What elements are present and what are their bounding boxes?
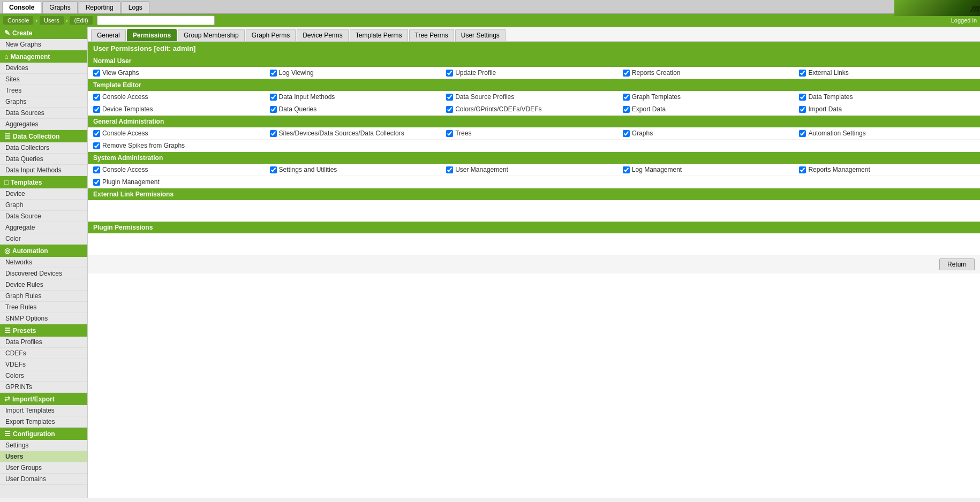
perm-item-view-graphs: View Graphs — [93, 69, 269, 77]
sidebar-item-networks[interactable]: Networks — [0, 257, 87, 268]
checkbox-user-management[interactable] — [446, 166, 453, 173]
sidebar-item-discovered-devices[interactable]: Discovered Devices — [0, 268, 87, 279]
checkbox-data-source-profiles[interactable] — [446, 94, 453, 101]
checkbox-device-templates[interactable] — [93, 106, 100, 113]
sidebar-item-device[interactable]: Device — [0, 188, 87, 200]
sidebar-item-cdefs[interactable]: CDEFs — [0, 348, 87, 359]
tab-template-perms[interactable]: Template Perms — [350, 29, 408, 41]
perm-label-export-data: Export Data — [632, 105, 666, 113]
breadcrumb-users[interactable]: Users — [40, 16, 64, 25]
sidebar-item-trees[interactable]: Trees — [0, 85, 87, 96]
checkbox-export-data[interactable] — [623, 106, 630, 113]
checkbox-remove-spikes[interactable] — [93, 142, 100, 149]
breadcrumb-console[interactable]: Console — [3, 16, 33, 25]
perm-item-reports-management: Reports Management — [799, 166, 975, 173]
sidebar-item-graphs[interactable]: Graphs — [0, 96, 87, 108]
sidebar-item-colors[interactable]: Colors — [0, 370, 87, 382]
sidebar-item-vdefs[interactable]: VDEFs — [0, 359, 87, 370]
checkbox-automation-settings[interactable] — [799, 130, 806, 137]
checkbox-trees-ga[interactable] — [446, 130, 453, 137]
sidebar-item-data-source[interactable]: Data Source — [0, 211, 87, 222]
sidebar-item-sites[interactable]: Sites — [0, 74, 87, 85]
checkbox-graphs-ga[interactable] — [623, 130, 630, 137]
perm-row-sa-2: Plugin Management — [88, 176, 980, 188]
checkbox-view-graphs[interactable] — [93, 70, 100, 77]
checkbox-reports-management[interactable] — [799, 166, 806, 173]
breadcrumb-edit[interactable]: (Edit) — [70, 16, 92, 25]
perm-label-automation-settings: Automation Settings — [808, 130, 865, 137]
sidebar-item-new-graphs[interactable]: New Graphs — [0, 39, 87, 50]
sidebar-item-aggregate[interactable]: Aggregate — [0, 222, 87, 233]
import-export-icon: ⇄ — [4, 395, 10, 403]
search-input[interactable] — [97, 16, 215, 25]
sidebar-item-graph[interactable]: Graph — [0, 200, 87, 211]
sidebar-item-data-profiles[interactable]: Data Profiles — [0, 337, 87, 348]
sidebar-item-user-domains[interactable]: User Domains — [0, 474, 87, 485]
checkbox-console-access-sa[interactable] — [93, 166, 100, 173]
sidebar-item-import-templates[interactable]: Import Templates — [0, 405, 87, 416]
return-button[interactable]: Return — [939, 258, 975, 270]
sidebar-item-data-collectors[interactable]: Data Collectors — [0, 142, 87, 154]
checkbox-log-management[interactable] — [623, 166, 630, 173]
checkbox-graph-templates[interactable] — [623, 94, 630, 101]
perm-item-export-data: Export Data — [623, 105, 798, 113]
data-collection-icon: ☰ — [4, 132, 11, 140]
checkbox-console-access-ga[interactable] — [93, 130, 100, 137]
perm-item-data-queries: Data Queries — [270, 105, 446, 113]
checkbox-data-queries[interactable] — [270, 106, 277, 113]
tab-logs[interactable]: Logs — [122, 1, 149, 13]
sidebar-section-templates: □ Templates — [0, 176, 87, 188]
perm-item-remove-spikes: Remove Spikes from Graphs — [93, 142, 269, 149]
sidebar-item-data-queries[interactable]: Data Queries — [0, 154, 87, 165]
tab-reporting[interactable]: Reporting — [79, 1, 120, 13]
perm-label-console-access-ga: Console Access — [102, 130, 148, 137]
checkbox-log-viewing[interactable] — [270, 70, 277, 77]
sidebar-item-devices[interactable]: Devices — [0, 63, 87, 74]
sidebar-item-users[interactable]: Users — [0, 451, 87, 462]
tab-tree-perms[interactable]: Tree Perms — [409, 29, 454, 41]
tab-general[interactable]: General — [91, 29, 126, 41]
checkbox-external-links[interactable] — [799, 70, 806, 77]
perm-item-import-data: Import Data — [799, 105, 975, 113]
sidebar-item-graph-rules[interactable]: Graph Rules — [0, 291, 87, 302]
checkbox-settings-utilities[interactable] — [270, 166, 277, 173]
perm-item-console-access-sa: Console Access — [93, 166, 269, 173]
breadcrumb-sep-1: › — [35, 17, 37, 24]
tab-graphs[interactable]: Graphs — [42, 1, 77, 13]
checkbox-import-data[interactable] — [799, 106, 806, 113]
sidebar-item-snmp-options[interactable]: SNMP Options — [0, 313, 87, 324]
section-header-template-editor: Template Editor — [88, 79, 980, 91]
checkbox-console-access-te[interactable] — [93, 94, 100, 101]
sidebar-item-user-groups[interactable]: User Groups — [0, 462, 87, 474]
perm-row-ga-1: Console Access Sites/Devices/Data Source… — [88, 127, 980, 140]
checkbox-update-profile[interactable] — [446, 70, 453, 77]
tab-user-settings[interactable]: User Settings — [455, 29, 506, 41]
checkbox-colors-gprints[interactable] — [446, 106, 453, 113]
tab-device-perms[interactable]: Device Perms — [297, 29, 349, 41]
section-header-plugin-perms: Plugin Permissions — [88, 222, 980, 233]
perm-row: View Graphs Log Viewing Update Profile R… — [88, 67, 980, 79]
checkbox-data-input-methods[interactable] — [270, 94, 277, 101]
checkbox-data-templates[interactable] — [799, 94, 806, 101]
sidebar-item-color[interactable]: Color — [0, 233, 87, 245]
perm-row-ga-2: Remove Spikes from Graphs — [88, 140, 980, 152]
sidebar-item-export-templates[interactable]: Export Templates — [0, 416, 87, 428]
sidebar-section-create: ✎ Create — [0, 27, 87, 39]
sidebar-item-data-sources[interactable]: Data Sources — [0, 108, 87, 119]
sidebar-item-data-input-methods[interactable]: Data Input Methods — [0, 165, 87, 176]
sidebar-item-device-rules[interactable]: Device Rules — [0, 279, 87, 291]
sidebar-item-tree-rules[interactable]: Tree Rules — [0, 302, 87, 313]
tab-console[interactable]: Console — [2, 1, 41, 13]
tab-group-membership[interactable]: Group Membership — [178, 29, 245, 41]
management-icon: ⌂ — [4, 52, 9, 60]
sidebar-item-gprints[interactable]: GPRINTs — [0, 382, 87, 393]
sidebar-item-aggregates[interactable]: Aggregates — [0, 119, 87, 130]
checkbox-plugin-management[interactable] — [93, 179, 100, 186]
perm-label-console-access-sa: Console Access — [102, 166, 148, 173]
checkbox-reports-creation[interactable] — [623, 70, 630, 77]
checkbox-sites-devices[interactable] — [270, 130, 277, 137]
sidebar-item-settings[interactable]: Settings — [0, 440, 87, 451]
tab-permissions[interactable]: Permissions — [127, 29, 177, 41]
tab-graph-perms[interactable]: Graph Perms — [246, 29, 296, 41]
logo-text: 𝑚 — [970, 1, 978, 15]
